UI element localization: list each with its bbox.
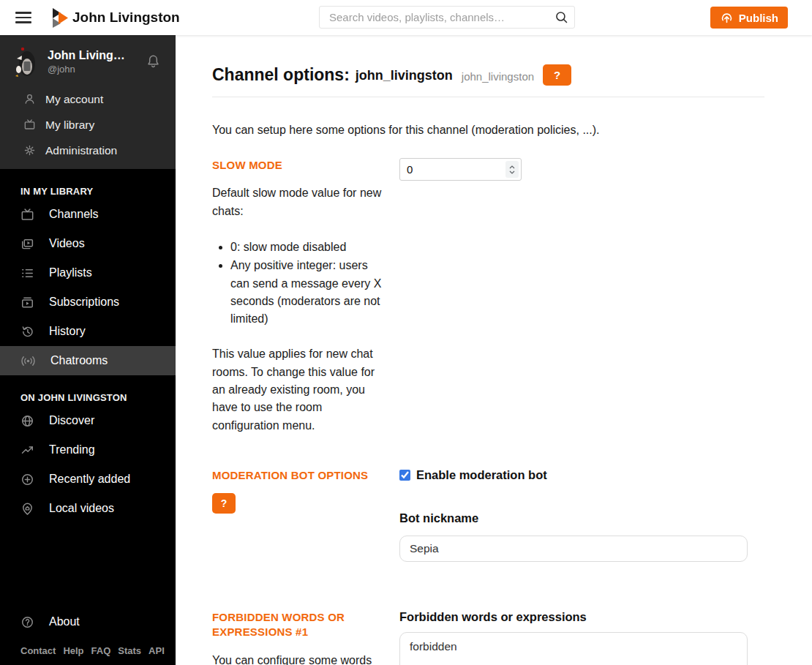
enable-moderation-bot-checkbox[interactable] [399, 470, 410, 481]
sidebar-item-label: Trending [49, 443, 95, 457]
bot-nickname-label: Bot nickname [399, 511, 748, 525]
bullet-item: 0: slow mode disabled [230, 238, 388, 256]
forbidden-words-field-label: Forbidden words or expressions [399, 610, 748, 624]
publish-label: Publish [739, 12, 778, 24]
question-circle-icon [20, 615, 34, 629]
gear-icon [23, 144, 36, 157]
globe-icon [20, 414, 34, 428]
slow-mode-note: This value applies for new chat rooms. T… [212, 345, 388, 435]
sidebar-item-label: Channels [49, 208, 99, 221]
user-handle: @john [48, 64, 141, 75]
search-input[interactable] [319, 6, 575, 29]
section-title-in-my-library: IN MY LIBRARY [0, 169, 176, 200]
sidebar-item-trending[interactable]: Trending [0, 435, 176, 465]
slow-mode-input[interactable] [399, 158, 522, 181]
sidebar-item-subscriptions[interactable]: Subscriptions [0, 288, 176, 317]
forbidden-words-textarea[interactable]: forbidden [399, 632, 748, 665]
sidebar-item-label: Recently added [49, 473, 130, 486]
channel-handle-badge: john_livingston [462, 70, 534, 83]
main-content: Channel options: john_livingston john_li… [176, 35, 812, 665]
forbidden-words-description: You can configure some words that will b… [212, 652, 388, 665]
home-pin-icon [20, 502, 34, 516]
slow-mode-description: Default slow mode value for new chats: [212, 187, 381, 217]
sidebar-item-administration[interactable]: Administration [0, 138, 176, 163]
sidebar: John Livingston @john My account My libr… [0, 35, 176, 665]
sidebar-item-label: Playlists [49, 266, 92, 279]
plus-circle-icon [20, 473, 34, 486]
person-icon [23, 93, 36, 105]
spinner-down-icon[interactable] [509, 170, 515, 174]
spinner-up-icon[interactable] [509, 165, 515, 169]
footer-link-stats[interactable]: Stats [118, 645, 141, 656]
chatrooms-broadcast-icon [20, 354, 36, 368]
moderation-bot-label: MODERATION BOT OPTIONS [212, 468, 388, 483]
page-title: Channel options: john_livingston john_li… [212, 64, 764, 86]
upload-icon [720, 11, 734, 25]
user-block[interactable]: John Livingston @john [0, 35, 176, 86]
top-header: John Livingston Publish [0, 0, 812, 35]
channels-tv-icon [20, 208, 34, 222]
sidebar-item-about[interactable]: About [0, 607, 176, 636]
search-icon[interactable] [555, 10, 568, 24]
videos-icon [20, 237, 34, 251]
enable-moderation-bot-label: Enable moderation bot [416, 468, 547, 482]
sidebar-item-playlists[interactable]: Playlists [0, 258, 176, 288]
sidebar-footer: Contact Help FAQ Stats API [0, 636, 176, 665]
hamburger-menu-icon[interactable] [15, 9, 31, 26]
page-title-prefix: Channel options: [212, 65, 350, 85]
sidebar-item-label: Chatrooms [50, 354, 108, 367]
number-spinner[interactable] [505, 161, 519, 178]
user-name: John Livingston [48, 49, 129, 62]
instance-title[interactable]: John Livingston [72, 10, 180, 26]
playlists-icon [20, 266, 34, 280]
sidebar-item-label: My account [45, 93, 103, 106]
peertube-logo-icon[interactable] [53, 8, 68, 28]
title-divider [212, 97, 764, 97]
notifications-bell-icon[interactable] [146, 53, 161, 69]
sidebar-item-label: About [49, 615, 80, 628]
slow-mode-section: SLOW MODE Default slow mode value for ne… [212, 158, 764, 435]
sidebar-item-label: History [49, 325, 86, 338]
tv-icon [23, 119, 36, 131]
intro-text: You can setup here some options for this… [212, 124, 764, 137]
sidebar-item-recently-added[interactable]: Recently added [0, 465, 176, 494]
moderation-bot-section: MODERATION BOT OPTIONS ? Enable moderati… [212, 468, 764, 562]
trending-icon [20, 443, 34, 457]
title-help-button[interactable]: ? [543, 64, 571, 86]
sidebar-item-label: Videos [49, 237, 85, 250]
sidebar-item-label: My library [45, 119, 94, 132]
sidebar-item-videos[interactable]: Videos [0, 229, 176, 258]
sidebar-item-label: Administration [45, 144, 117, 157]
sidebar-item-my-library[interactable]: My library [0, 112, 176, 138]
sidebar-item-local-videos[interactable]: Local videos [0, 494, 176, 523]
footer-link-faq[interactable]: FAQ [91, 645, 111, 656]
slow-mode-label: SLOW MODE [212, 158, 388, 173]
forbidden-words-label: FORBIDDEN WORDS OR EXPRESSIONS #1 [212, 610, 388, 640]
page-title-channel: john_livingston [356, 68, 453, 83]
forbidden-words-section: FORBIDDEN WORDS OR EXPRESSIONS #1 You ca… [212, 610, 764, 665]
sidebar-item-channels[interactable]: Channels [0, 200, 176, 229]
subscriptions-icon [20, 296, 34, 309]
footer-link-contact[interactable]: Contact [20, 645, 56, 656]
sidebar-item-history[interactable]: History [0, 317, 176, 346]
publish-button[interactable]: Publish [710, 7, 788, 29]
history-clock-icon [20, 325, 34, 339]
bullet-item: Any positive integer: users can send a m… [230, 257, 388, 328]
sidebar-item-discover[interactable]: Discover [0, 406, 176, 435]
footer-link-help[interactable]: Help [63, 645, 83, 656]
sidebar-item-my-account[interactable]: My account [0, 86, 176, 112]
avatar [15, 45, 38, 78]
footer-link-api[interactable]: API [149, 645, 165, 656]
sidebar-item-label: Local videos [49, 502, 114, 515]
sidebar-item-label: Discover [49, 414, 94, 427]
sidebar-item-chatrooms[interactable]: Chatrooms [0, 346, 176, 375]
bot-nickname-input[interactable] [399, 536, 748, 562]
section-title-on-instance: ON JOHN LIVINGSTON [0, 375, 176, 406]
slow-mode-bullets: 0: slow mode disabled Any positive integ… [212, 238, 388, 328]
moderation-bot-help-button[interactable]: ? [212, 493, 236, 514]
sidebar-item-label: Subscriptions [49, 296, 119, 309]
